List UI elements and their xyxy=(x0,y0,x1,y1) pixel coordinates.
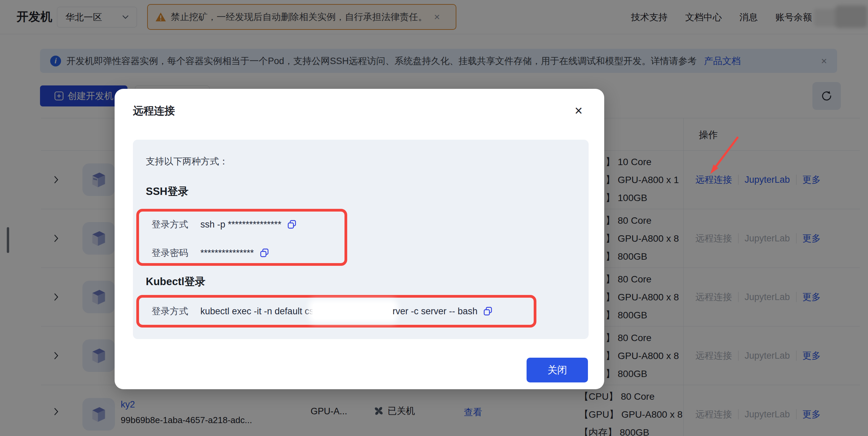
ssh-password-label: 登录密码 xyxy=(152,247,193,259)
remote-connection-modal: 远程连接 × 支持以下两种方式： SSH登录 登录方式 ssh -p *****… xyxy=(115,89,604,389)
modal-title: 远程连接 xyxy=(133,104,175,118)
connection-info-panel: 支持以下两种方式： SSH登录 登录方式 ssh -p ************… xyxy=(133,140,589,339)
ssh-section-heading: SSH登录 xyxy=(146,184,189,199)
pod-name-redacted-blur xyxy=(313,303,394,319)
copy-icon[interactable] xyxy=(483,306,493,316)
ssh-method-value: ssh -p *************** xyxy=(200,219,297,230)
modal-close-button[interactable]: 关闭 xyxy=(527,358,588,382)
kubectl-method-row: 登录方式 kubectl exec -it -n default csrver … xyxy=(152,303,493,319)
red-annotation-arrow xyxy=(692,135,749,182)
kubectl-section-heading: Kubectl登录 xyxy=(146,275,205,289)
ssh-password-value: *************** xyxy=(200,248,270,258)
copy-icon[interactable] xyxy=(259,248,270,258)
ssh-method-row: 登录方式 ssh -p *************** xyxy=(152,218,297,231)
ssh-method-label: 登录方式 xyxy=(152,218,193,231)
modal-intro-text: 支持以下两种方式： xyxy=(146,155,228,167)
ssh-password-row: 登录密码 *************** xyxy=(152,247,270,259)
copy-icon[interactable] xyxy=(287,219,297,230)
kubectl-method-label: 登录方式 xyxy=(152,305,193,317)
modal-close-icon[interactable]: × xyxy=(575,104,583,117)
kubectl-command-value: kubectl exec -it -n default csrver -c se… xyxy=(200,303,493,319)
